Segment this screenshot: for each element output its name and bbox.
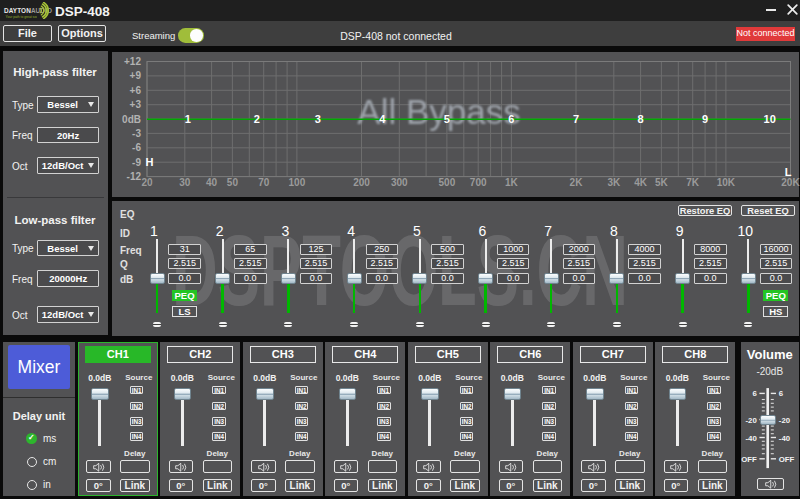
- svg-text:10K: 10K: [717, 177, 736, 188]
- svg-text:-12: -12: [127, 171, 142, 182]
- svg-text:40: 40: [206, 177, 218, 188]
- svg-text:700: 700: [470, 177, 487, 188]
- svg-text:2: 2: [254, 113, 260, 125]
- svg-text:5K: 5K: [655, 177, 669, 188]
- svg-text:-3: -3: [132, 128, 141, 139]
- svg-text:-6: -6: [132, 142, 141, 153]
- svg-text:+3: +3: [130, 99, 142, 110]
- svg-text:1: 1: [185, 113, 191, 125]
- svg-text:300: 300: [391, 177, 408, 188]
- svg-text:1K: 1K: [505, 177, 519, 188]
- svg-text:3: 3: [315, 113, 321, 125]
- svg-text:7K: 7K: [686, 177, 700, 188]
- svg-text:50: 50: [227, 177, 239, 188]
- svg-text:0dB: 0dB: [122, 114, 141, 125]
- svg-text:+9: +9: [130, 70, 142, 81]
- svg-text:7: 7: [573, 113, 579, 125]
- svg-text:2K: 2K: [570, 177, 584, 188]
- svg-text:30: 30: [179, 177, 191, 188]
- svg-text:500: 500: [439, 177, 456, 188]
- svg-text:20K: 20K: [781, 177, 800, 188]
- svg-text:4: 4: [379, 113, 386, 125]
- svg-text:+6: +6: [130, 85, 142, 96]
- svg-text:H: H: [146, 156, 154, 168]
- svg-text:200: 200: [353, 177, 370, 188]
- svg-text:70: 70: [258, 177, 270, 188]
- svg-text:8: 8: [638, 113, 644, 125]
- svg-text:-9: -9: [132, 157, 141, 168]
- svg-text:6: 6: [508, 113, 514, 125]
- svg-text:5: 5: [444, 113, 450, 125]
- svg-text:+12: +12: [124, 56, 141, 67]
- svg-text:20: 20: [141, 177, 153, 188]
- svg-text:3K: 3K: [607, 177, 621, 188]
- svg-text:All Bypass: All Bypass: [357, 92, 520, 131]
- svg-text:10: 10: [764, 113, 776, 125]
- svg-text:4K: 4K: [634, 177, 648, 188]
- svg-text:9: 9: [702, 113, 708, 125]
- svg-text:100: 100: [289, 177, 306, 188]
